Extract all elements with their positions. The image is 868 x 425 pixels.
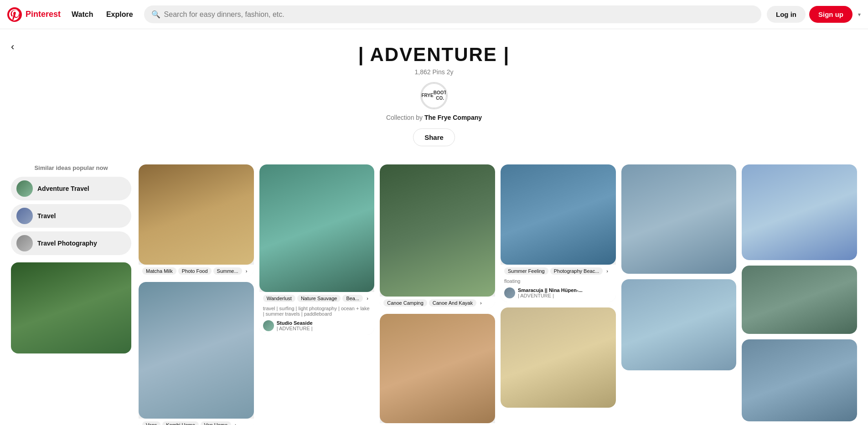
pin-tags-boat: Summer Feeling Photography Beac... ›	[501, 265, 616, 277]
pin-tag-more[interactable]: ›	[478, 299, 484, 307]
search-input[interactable]	[164, 10, 754, 19]
collection-author-link[interactable]: The Frye Company	[424, 114, 482, 121]
pin-card[interactable]	[742, 164, 857, 260]
tag-travel[interactable]: Travel	[11, 204, 131, 228]
pin-tag[interactable]: Canoe Camping	[383, 299, 427, 307]
pin-category: The Frye Company · Pretty Much ›	[380, 423, 495, 425]
pin-image-water	[259, 164, 375, 292]
tag-label-adventure: Adventure Travel	[37, 185, 89, 192]
sidebar: Similar ideas popular now Adventure Trav…	[11, 164, 139, 425]
pin-user-info: Studio Seaside | ADVENTURE |	[259, 318, 375, 335]
pin-image-picnic	[501, 307, 616, 408]
collection-by: Collection by The Frye Company	[7, 114, 861, 121]
pin-tag[interactable]: Vans	[142, 421, 160, 425]
pin-image-food	[139, 164, 254, 265]
signup-button[interactable]: Sign up	[809, 6, 852, 23]
pin-tags-water: Wanderlust Nature Sauvage Bea... ›	[259, 292, 375, 304]
pinterest-logo-icon	[7, 7, 22, 22]
header: Pinterest Watch Explore 🔍 Log in Sign up…	[0, 0, 868, 29]
pin-tag-more[interactable]: ›	[604, 267, 610, 275]
back-button[interactable]: ‹	[11, 41, 14, 53]
board-title: | ADVENTURE |	[7, 44, 861, 66]
search-bar: 🔍	[144, 5, 761, 23]
header-actions: Log in Sign up ▾	[767, 6, 861, 23]
pin-user-avatar	[504, 287, 515, 298]
board-header: | ADVENTURE | 1,862 Pins 2y FRYE BOOT CO…	[0, 29, 868, 157]
pin-image-tent	[742, 266, 857, 334]
board-avatar: FRYE BOOT CO.	[420, 82, 448, 109]
logo-link[interactable]: Pinterest	[7, 7, 61, 22]
pin-tag-more[interactable]: ›	[233, 421, 238, 425]
pin-card[interactable]: Matcha Milk Photo Food Summe... ›	[139, 164, 254, 277]
pin-tag[interactable]: Summe...	[213, 267, 242, 275]
pin-card[interactable]	[742, 339, 857, 421]
tag-avatar-travel	[16, 208, 33, 224]
frye-logo: FRYE BOOT CO.	[421, 83, 447, 108]
pin-card[interactable]: Canoe Camping Canoe And Kayak ›	[380, 164, 495, 308]
pin-tag[interactable]: Wanderlust	[263, 295, 295, 302]
sidebar-preview-image	[11, 262, 131, 353]
pin-card[interactable]	[621, 164, 737, 274]
pin-card[interactable]: The Frye Company · Pretty Much › Gorgeou…	[380, 314, 495, 425]
login-button[interactable]: Log in	[767, 6, 806, 23]
pin-tag[interactable]: Photography Beac...	[550, 267, 603, 275]
similar-title: Similar ideas popular now	[11, 164, 131, 171]
pin-image-van	[139, 282, 254, 419]
pins-label: Pins	[433, 68, 445, 76]
pin-image-cloud	[742, 164, 857, 260]
pin-image-ice	[621, 279, 737, 370]
pin-card[interactable]: Vans Kombi Home Van Home ›	[139, 282, 254, 425]
pin-user-name: Studio Seaside	[277, 320, 313, 326]
pin-card[interactable]	[621, 279, 737, 370]
pin-card[interactable]	[501, 307, 616, 408]
pin-tag[interactable]: Canoe And Kayak	[429, 299, 476, 307]
pin-image-mountain	[742, 339, 857, 421]
pin-user-info: Smaracuja || Nina Hüpen-... | ADVENTURE …	[501, 286, 616, 302]
share-button[interactable]: Share	[413, 128, 455, 146]
tag-avatar-photo	[16, 235, 33, 251]
pin-card[interactable]: Summer Feeling Photography Beac... › flo…	[501, 164, 616, 302]
pin-user-sub: | ADVENTURE |	[277, 326, 313, 331]
pin-image-boat	[501, 164, 616, 265]
pin-tag[interactable]: Bea...	[342, 295, 363, 302]
pin-tag[interactable]: Van Home	[201, 421, 231, 425]
main-nav: Watch Explore	[66, 10, 139, 19]
pin-tags-food: Matcha Milk Photo Food Summe... ›	[139, 265, 254, 277]
tag-adventure-travel[interactable]: Adventure Travel	[11, 177, 131, 200]
pin-card[interactable]	[742, 266, 857, 334]
pin-tag[interactable]: Kombi Home	[162, 421, 199, 425]
tag-travel-photography[interactable]: Travel Photography	[11, 231, 131, 255]
pin-tag[interactable]: Nature Sauvage	[297, 295, 341, 302]
tag-label-travel: Travel	[37, 212, 56, 220]
pin-image-cactus	[380, 314, 495, 423]
pin-user-sub: | ADVENTURE |	[518, 293, 583, 298]
board-meta: 1,862 Pins 2y	[7, 68, 861, 76]
tag-label-photo: Travel Photography	[37, 240, 97, 247]
pin-tag[interactable]: Summer Feeling	[504, 267, 548, 275]
collection-prefix: Collection by	[386, 114, 423, 121]
search-icon: 🔍	[151, 10, 160, 19]
pin-description: travel | surfing | light photography | o…	[259, 304, 375, 318]
board-age: 2y	[447, 68, 454, 76]
pin-tags-canoe: Canoe Camping Canoe And Kayak ›	[380, 297, 495, 308]
nav-explore[interactable]: Explore	[101, 7, 139, 22]
pin-user-name: Smaracuja || Nina Hüpen-...	[518, 287, 583, 293]
pin-tag[interactable]: Matcha Milk	[142, 267, 176, 275]
pin-tag[interactable]: Photo Food	[178, 267, 212, 275]
pin-user-details: Studio Seaside | ADVENTURE |	[277, 320, 313, 331]
pins-grid: Matcha Milk Photo Food Summe... › Vans K…	[139, 164, 857, 425]
pins-count: 1,862	[415, 68, 431, 76]
pin-tag-more[interactable]: ›	[365, 295, 370, 302]
main-content: Similar ideas popular now Adventure Trav…	[0, 157, 868, 425]
pin-description: floating	[501, 277, 616, 286]
pin-tags-van: Vans Kombi Home Van Home ›	[139, 419, 254, 425]
nav-watch[interactable]: Watch	[66, 7, 98, 22]
pin-image-rock	[621, 164, 737, 274]
pin-tag-more[interactable]: ›	[244, 267, 249, 275]
pin-user-details: Smaracuja || Nina Hüpen-... | ADVENTURE …	[518, 287, 583, 298]
pin-user-avatar	[263, 320, 274, 331]
brand-name: Pinterest	[26, 10, 61, 19]
tag-avatar-adventure	[16, 180, 33, 197]
pin-card[interactable]: Wanderlust Nature Sauvage Bea... › trave…	[259, 164, 375, 335]
chevron-down-icon[interactable]: ▾	[858, 11, 861, 18]
